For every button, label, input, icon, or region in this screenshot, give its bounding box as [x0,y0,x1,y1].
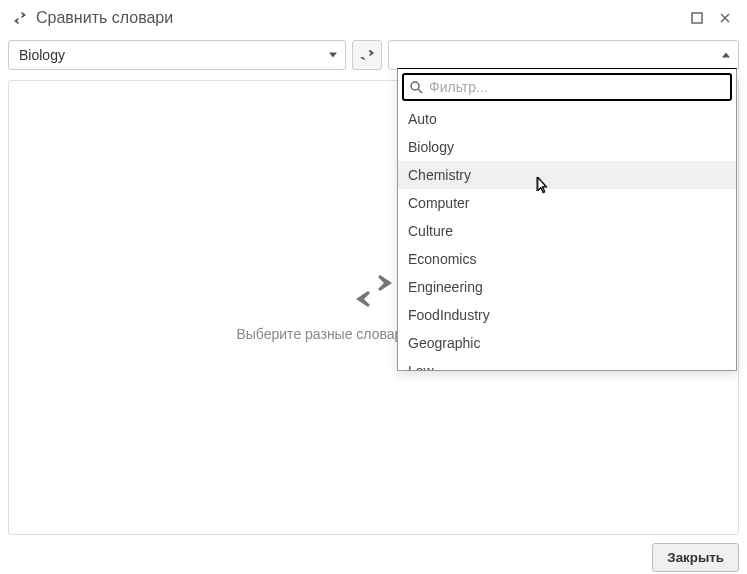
dropdown-item[interactable]: Economics [398,245,736,273]
dropdown-item[interactable]: Culture [398,217,736,245]
swap-large-icon [352,273,396,312]
swap-icon [12,10,28,26]
window-title: Сравнить словари [36,9,679,27]
right-dictionary-select[interactable] [388,40,739,70]
footer: Закрыть [0,535,747,574]
caret-up-icon [722,53,730,58]
dropdown-item[interactable]: Law [398,357,736,370]
dropdown-item[interactable]: Auto [398,105,736,133]
swap-button[interactable] [352,40,382,70]
filter-input[interactable] [429,79,724,95]
left-dictionary-select[interactable]: Biology [8,40,346,70]
close-window-button[interactable] [715,8,735,28]
caret-down-icon [329,53,337,58]
dropdown-item[interactable]: Geographic [398,329,736,357]
dropdown-item[interactable]: Chemistry [398,161,736,189]
dropdown-item[interactable]: FoodIndustry [398,301,736,329]
svg-point-1 [411,82,419,90]
dictionary-dropdown: AutoBiologyChemistryComputerCultureEcono… [397,68,737,371]
search-icon [410,81,423,94]
close-button[interactable]: Закрыть [652,543,739,572]
dropdown-list[interactable]: AutoBiologyChemistryComputerCultureEcono… [398,105,736,370]
titlebar: Сравнить словари [0,0,747,36]
filter-input-wrap[interactable] [402,73,732,101]
svg-rect-0 [692,13,702,23]
maximize-button[interactable] [687,8,707,28]
dropdown-item[interactable]: Engineering [398,273,736,301]
dropdown-item[interactable]: Biology [398,133,736,161]
left-dictionary-value: Biology [19,47,65,63]
dropdown-item[interactable]: Computer [398,189,736,217]
